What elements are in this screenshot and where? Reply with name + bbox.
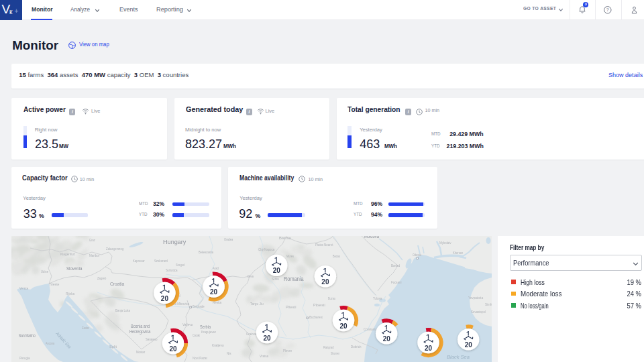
svg-text:Bekescsaba: Bekescsaba: [199, 250, 213, 254]
svg-text:20: 20: [169, 345, 177, 353]
svg-text:Oradea: Oradea: [224, 237, 233, 241]
svg-text:Mures: Mures: [286, 254, 294, 258]
svg-text:Subotica: Subotica: [166, 268, 178, 272]
svg-text:Split: Split: [109, 345, 117, 349]
svg-text:Bosnia and: Bosnia and: [131, 324, 150, 328]
svg-text:Bistrita: Bistrita: [279, 236, 291, 240]
svg-text:20: 20: [210, 288, 218, 296]
svg-text:Belgrade: Belgrade: [193, 304, 205, 308]
svg-text:20: 20: [321, 278, 329, 286]
svg-text:Zagreb: Zagreb: [97, 276, 106, 280]
svg-text:Vratsa: Vratsa: [260, 354, 268, 358]
svg-text:Bucharest: Bucharest: [309, 315, 323, 319]
svg-text:Zadar: Zadar: [82, 326, 89, 330]
svg-text:Sibiu: Sibiu: [272, 277, 279, 281]
svg-text:Sarajevo: Sarajevo: [146, 337, 158, 341]
svg-text:Tulcea: Tulcea: [373, 296, 382, 300]
svg-text:Nis: Nis: [227, 351, 231, 355]
svg-text:Constanta: Constanta: [364, 327, 377, 331]
svg-text:Venice: Venice: [19, 286, 28, 290]
svg-text:Deva: Deva: [248, 274, 254, 278]
svg-text:Croatia: Croatia: [110, 281, 125, 287]
svg-text:Novi Pazar: Novi Pazar: [193, 356, 207, 360]
svg-text:Szeged: Szeged: [176, 263, 184, 267]
svg-text:Pitesti: Pitesti: [286, 305, 296, 309]
svg-text:Dobrich: Dobrich: [351, 345, 361, 349]
svg-text:Piatra Neamt: Piatra Neamt: [315, 243, 333, 247]
svg-text:Mostar: Mostar: [136, 350, 145, 354]
svg-text:Kaposvar: Kaposvar: [133, 259, 145, 263]
svg-text:Barlad: Barlad: [391, 263, 400, 267]
svg-text:Focsani: Focsani: [391, 280, 401, 284]
svg-text:Bacau: Bacau: [333, 254, 340, 258]
svg-text:Valjevo: Valjevo: [182, 322, 193, 326]
svg-text:Graz: Graz: [89, 238, 95, 242]
svg-text:Kraljevo: Kraljevo: [212, 343, 224, 347]
svg-text:20: 20: [425, 345, 433, 352]
svg-text:Razgrad: Razgrad: [323, 345, 333, 349]
svg-text:Zalaegerszeg: Zalaegerszeg: [106, 247, 123, 251]
svg-text:Slovenia: Slovenia: [66, 265, 83, 272]
svg-text:20: 20: [339, 322, 347, 330]
svg-text:?: ?: [606, 8, 609, 13]
svg-text:Buzau: Buzau: [328, 296, 335, 300]
svg-text:Banja Luka: Banja Luka: [115, 308, 130, 312]
svg-text:Moldova: Moldova: [364, 236, 380, 239]
svg-text:Ploiesti: Ploiesti: [313, 303, 325, 307]
svg-text:Kherson: Kherson: [453, 251, 463, 255]
svg-text:Simferopol: Simferopol: [485, 302, 492, 306]
svg-text:Hungary: Hungary: [163, 239, 186, 245]
svg-text:Cacak: Cacak: [193, 333, 200, 337]
svg-text:Ancona: Ancona: [46, 341, 54, 345]
svg-text:Shumen: Shumen: [331, 351, 339, 355]
svg-text:Mykolaiv: Mykolaiv: [439, 241, 451, 245]
svg-text:Trieste: Trieste: [49, 282, 60, 286]
svg-text:Odessa: Odessa: [413, 253, 421, 257]
svg-text:Yevpatoria: Yevpatoria: [468, 296, 483, 300]
svg-text:Arad: Arad: [213, 266, 219, 270]
svg-text:Serbia: Serbia: [200, 324, 211, 330]
svg-text:Pleven: Pleven: [283, 349, 292, 353]
svg-text:Maribor: Maribor: [89, 253, 100, 257]
svg-text:Rijeka: Rijeka: [66, 292, 74, 296]
svg-text:Szekszard: Szekszard: [154, 259, 168, 263]
svg-text:Targu Jiu: Targu Jiu: [250, 302, 264, 306]
svg-text:20: 20: [383, 335, 391, 343]
svg-text:20: 20: [161, 295, 169, 302]
svg-text:20: 20: [273, 267, 281, 274]
svg-text:Sevastopol: Sevastopol: [471, 310, 486, 314]
svg-text:20: 20: [263, 335, 271, 342]
svg-text:Herzegovina: Herzegovina: [129, 329, 151, 335]
svg-text:Klagenfurt: Klagenfurt: [60, 252, 76, 256]
svg-text:Perugia: Perugia: [19, 356, 30, 360]
svg-text:20: 20: [465, 341, 473, 349]
svg-text:Kragujevac: Kragujevac: [201, 330, 216, 334]
svg-text:Craiova: Craiova: [246, 332, 256, 336]
svg-text:Cluj-Napoca: Cluj-Napoca: [258, 247, 274, 251]
svg-text:Udine: Udine: [41, 269, 48, 274]
svg-text:San Marino: San Marino: [19, 333, 36, 338]
svg-text:Black Sea: Black Sea: [447, 354, 470, 360]
svg-text:Romania: Romania: [284, 276, 304, 282]
